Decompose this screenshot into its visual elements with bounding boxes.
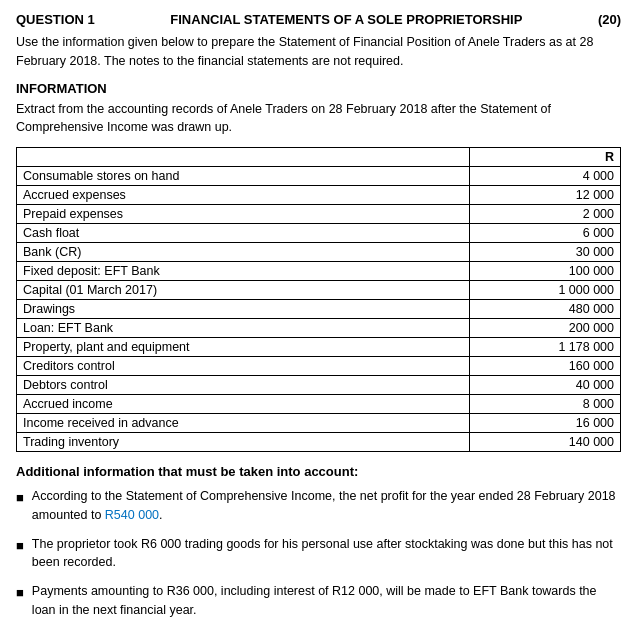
table-cell-label: Capital (01 March 2017) bbox=[17, 281, 470, 300]
table-cell-value: 8 000 bbox=[470, 395, 621, 414]
table-cell-label: Creditors control bbox=[17, 357, 470, 376]
question-title: FINANCIAL STATEMENTS OF A SOLE PROPRIETO… bbox=[95, 12, 598, 27]
table-row: Income received in advance16 000 bbox=[17, 414, 621, 433]
bullet-icon: ■ bbox=[16, 488, 24, 508]
bullet-text: The proprietor took R6 000 trading goods… bbox=[32, 535, 621, 573]
table-cell-label: Cash float bbox=[17, 224, 470, 243]
table-cell-value: 30 000 bbox=[470, 243, 621, 262]
table-row: Accrued expenses12 000 bbox=[17, 186, 621, 205]
bullet-text: According to the Statement of Comprehens… bbox=[32, 487, 621, 525]
table-cell-value: 4 000 bbox=[470, 167, 621, 186]
table-label-header bbox=[17, 148, 470, 167]
table-cell-label: Income received in advance bbox=[17, 414, 470, 433]
table-row: Consumable stores on hand4 000 bbox=[17, 167, 621, 186]
table-cell-value: 1 000 000 bbox=[470, 281, 621, 300]
table-row: Debtors control40 000 bbox=[17, 376, 621, 395]
instructions-text: Use the information given below to prepa… bbox=[16, 33, 621, 71]
table-cell-label: Drawings bbox=[17, 300, 470, 319]
table-cell-label: Fixed deposit: EFT Bank bbox=[17, 262, 470, 281]
table-cell-value: 480 000 bbox=[470, 300, 621, 319]
table-row: Capital (01 March 2017)1 000 000 bbox=[17, 281, 621, 300]
table-cell-value: 16 000 bbox=[470, 414, 621, 433]
table-row: Cash float6 000 bbox=[17, 224, 621, 243]
table-cell-label: Accrued income bbox=[17, 395, 470, 414]
table-cell-value: 1 178 000 bbox=[470, 338, 621, 357]
table-cell-label: Trading inventory bbox=[17, 433, 470, 452]
table-cell-label: Bank (CR) bbox=[17, 243, 470, 262]
table-cell-label: Debtors control bbox=[17, 376, 470, 395]
question-label: QUESTION 1 bbox=[16, 12, 95, 27]
table-cell-value: 6 000 bbox=[470, 224, 621, 243]
bullet-icon: ■ bbox=[16, 536, 24, 556]
table-cell-label: Prepaid expenses bbox=[17, 205, 470, 224]
financial-data-table: R Consumable stores on hand4 000Accrued … bbox=[16, 147, 621, 452]
table-row: Bank (CR)30 000 bbox=[17, 243, 621, 262]
table-row: Accrued income8 000 bbox=[17, 395, 621, 414]
additional-info-title: Additional information that must be take… bbox=[16, 464, 621, 479]
table-cell-value: 40 000 bbox=[470, 376, 621, 395]
table-row: Drawings480 000 bbox=[17, 300, 621, 319]
table-row: Creditors control160 000 bbox=[17, 357, 621, 376]
bullet-text: Payments amounting to R36 000, including… bbox=[32, 582, 621, 620]
additional-bullet-item: ■According to the Statement of Comprehen… bbox=[16, 487, 621, 525]
table-row: Loan: EFT Bank200 000 bbox=[17, 319, 621, 338]
table-row: Prepaid expenses2 000 bbox=[17, 205, 621, 224]
table-cell-value: 200 000 bbox=[470, 319, 621, 338]
table-row: Trading inventory140 000 bbox=[17, 433, 621, 452]
table-cell-value: 160 000 bbox=[470, 357, 621, 376]
table-cell-label: Consumable stores on hand bbox=[17, 167, 470, 186]
table-cell-value: 140 000 bbox=[470, 433, 621, 452]
table-row: Property, plant and equipment1 178 000 bbox=[17, 338, 621, 357]
table-row: Fixed deposit: EFT Bank100 000 bbox=[17, 262, 621, 281]
table-value-header: R bbox=[470, 148, 621, 167]
highlighted-text: R540 000 bbox=[105, 508, 159, 522]
bullet-icon: ■ bbox=[16, 583, 24, 603]
table-cell-label: Accrued expenses bbox=[17, 186, 470, 205]
table-cell-label: Loan: EFT Bank bbox=[17, 319, 470, 338]
question-marks: (20) bbox=[598, 12, 621, 27]
additional-info-section: Additional information that must be take… bbox=[16, 464, 621, 624]
additional-bullet-item: ■The proprietor took R6 000 trading good… bbox=[16, 535, 621, 573]
table-cell-value: 12 000 bbox=[470, 186, 621, 205]
table-cell-label: Property, plant and equipment bbox=[17, 338, 470, 357]
information-description: Extract from the accounting records of A… bbox=[16, 100, 621, 138]
additional-bullet-item: ■Payments amounting to R36 000, includin… bbox=[16, 582, 621, 620]
table-cell-value: 2 000 bbox=[470, 205, 621, 224]
table-cell-value: 100 000 bbox=[470, 262, 621, 281]
information-title: INFORMATION bbox=[16, 81, 621, 96]
